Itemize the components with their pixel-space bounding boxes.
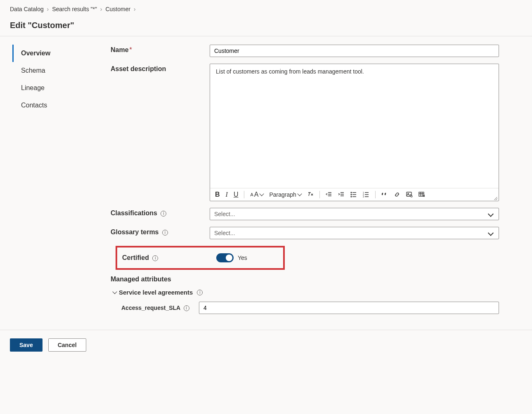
quote-button[interactable]: [381, 191, 388, 198]
chevron-right-icon: ›: [132, 6, 137, 12]
info-icon[interactable]: i: [184, 305, 189, 311]
name-input[interactable]: [210, 45, 499, 57]
footer: Save Cancel: [0, 330, 532, 360]
breadcrumb-item[interactable]: Data Catalog: [10, 6, 44, 12]
numbered-list-button[interactable]: 123: [363, 191, 369, 198]
info-icon[interactable]: i: [152, 255, 158, 261]
managed-attributes-header: Managed attributes: [111, 276, 499, 283]
svg-point-0: [351, 192, 352, 193]
chevron-down-icon: [488, 230, 494, 236]
form: Name* Asset description List of customer…: [111, 45, 532, 320]
classifications-label: Classifications i: [111, 208, 210, 217]
underline-button[interactable]: U: [234, 191, 239, 198]
save-button[interactable]: Save: [10, 338, 43, 352]
bold-button[interactable]: B: [215, 191, 220, 198]
svg-point-1: [351, 194, 352, 195]
chevron-down-icon: [260, 191, 264, 196]
access-request-sla-label: Access_request_SLA i: [111, 305, 199, 311]
indent-button[interactable]: [338, 191, 345, 198]
resize-handle[interactable]: [493, 195, 498, 200]
breadcrumb: Data Catalog › Search results "*" › Cust…: [0, 0, 532, 18]
info-icon[interactable]: i: [162, 230, 168, 236]
access-request-sla-input[interactable]: [199, 302, 499, 314]
info-icon[interactable]: i: [197, 290, 203, 295]
clear-formatting-button[interactable]: [307, 191, 314, 198]
glossary-select[interactable]: Select...: [210, 227, 499, 239]
chevron-right-icon: ›: [45, 6, 51, 12]
sla-group-toggle[interactable]: Service level agreements i: [112, 289, 499, 296]
chevron-down-icon: [488, 211, 494, 217]
font-size-button[interactable]: AA: [250, 191, 263, 198]
certified-label: Certified i: [122, 254, 216, 262]
sidebar-item-overview[interactable]: Overview: [12, 45, 111, 62]
description-editor: List of customers as coming from leads m…: [210, 64, 499, 201]
outdent-button[interactable]: [326, 191, 332, 198]
name-label: Name*: [111, 45, 210, 54]
link-button[interactable]: [394, 191, 400, 198]
certified-toggle[interactable]: [216, 253, 234, 262]
breadcrumb-item[interactable]: Customer: [105, 6, 130, 12]
certified-value: Yes: [238, 255, 247, 261]
glossary-label: Glossary terms i: [111, 227, 210, 236]
chevron-down-icon: [297, 191, 302, 196]
breadcrumb-item[interactable]: Search results "*": [52, 6, 97, 12]
sidebar-item-lineage[interactable]: Lineage: [12, 79, 111, 97]
sidebar-item-contacts[interactable]: Contacts: [12, 97, 111, 114]
svg-point-2: [351, 196, 352, 197]
page-title: Edit "Customer": [0, 18, 532, 36]
chevron-down-icon: [112, 289, 117, 294]
table-button[interactable]: [419, 191, 425, 198]
editor-toolbar: B I U AA Paragraph: [210, 188, 499, 201]
sidebar-item-schema[interactable]: Schema: [12, 62, 111, 79]
certified-highlight: Certified i Yes: [116, 246, 285, 270]
bullet-list-button[interactable]: [350, 191, 357, 198]
svg-rect-9: [419, 192, 424, 196]
description-textarea[interactable]: List of customers as coming from leads m…: [210, 64, 499, 188]
classifications-select[interactable]: Select...: [210, 208, 499, 220]
description-label: Asset description: [111, 64, 210, 73]
info-icon[interactable]: i: [161, 211, 166, 217]
cancel-button[interactable]: Cancel: [48, 338, 86, 352]
paragraph-style-button[interactable]: Paragraph: [269, 191, 301, 198]
svg-text:3: 3: [363, 195, 364, 198]
image-button[interactable]: [406, 191, 413, 198]
sidebar: Overview Schema Lineage Contacts: [0, 45, 111, 320]
chevron-right-icon: ›: [99, 6, 104, 12]
italic-button[interactable]: I: [226, 191, 228, 198]
